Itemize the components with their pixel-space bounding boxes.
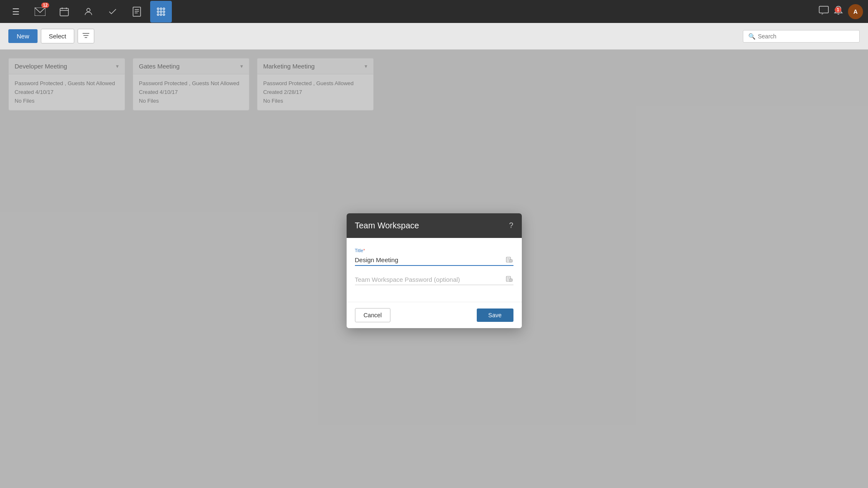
- title-input[interactable]: [355, 255, 513, 266]
- team-workspace-modal: Team Workspace ? Title*: [347, 213, 522, 328]
- email-badge: 12: [41, 3, 49, 8]
- save-button[interactable]: Save: [477, 308, 513, 322]
- svg-point-17: [160, 14, 162, 15]
- calendar-button[interactable]: [53, 1, 75, 23]
- avatar[interactable]: A: [848, 4, 863, 19]
- svg-point-12: [163, 8, 165, 10]
- svg-point-15: [163, 11, 165, 13]
- svg-rect-19: [819, 6, 828, 13]
- cancel-button[interactable]: Cancel: [355, 308, 391, 322]
- workspace-icon: [156, 7, 166, 17]
- hamburger-icon: ☰: [12, 7, 20, 17]
- select-button[interactable]: Select: [41, 29, 74, 43]
- search-icon: 🔍: [748, 33, 755, 40]
- contacts-button[interactable]: [78, 1, 99, 23]
- notifications-badge: 1: [835, 7, 841, 13]
- filter-icon: [82, 33, 90, 38]
- notifications-button[interactable]: 1: [834, 5, 843, 18]
- nav-icons-left: ☰ 12: [5, 1, 172, 23]
- title-field-label: Title*: [355, 248, 513, 253]
- chat-icon: [819, 6, 829, 15]
- email-icon: [35, 8, 45, 16]
- svg-point-11: [160, 8, 162, 10]
- notes-icon: [132, 7, 141, 17]
- filter-button[interactable]: [78, 29, 94, 43]
- svg-rect-33: [510, 279, 512, 281]
- svg-point-16: [157, 14, 159, 15]
- top-navigation: ☰ 12 1 A: [0, 0, 868, 23]
- chat-button[interactable]: [819, 6, 829, 18]
- svg-point-10: [157, 8, 159, 10]
- tasks-button[interactable]: [102, 1, 123, 23]
- modal-help-button[interactable]: ?: [509, 221, 513, 230]
- title-field-group: Title*: [355, 248, 513, 266]
- hamburger-menu-button[interactable]: ☰: [5, 1, 27, 23]
- search-input[interactable]: [758, 33, 854, 40]
- svg-point-5: [87, 8, 90, 12]
- notes-button[interactable]: [126, 1, 148, 23]
- contacts-icon: [83, 7, 93, 17]
- email-button[interactable]: 12: [29, 1, 51, 23]
- modal-overlay: Team Workspace ? Title*: [0, 50, 868, 488]
- modal-header: Team Workspace ?: [347, 213, 522, 238]
- modal-footer: Cancel Save: [347, 302, 522, 328]
- new-button[interactable]: New: [8, 29, 38, 43]
- password-input[interactable]: [355, 274, 513, 285]
- password-input-wrapper: [355, 274, 513, 285]
- svg-rect-28: [510, 260, 512, 262]
- tasks-icon: [108, 7, 118, 17]
- password-field-icon: [506, 276, 513, 283]
- main-content: Developer Meeting ▾ Password Protected ,…: [0, 50, 868, 488]
- svg-point-18: [163, 14, 165, 15]
- svg-rect-1: [60, 8, 68, 16]
- svg-point-13: [157, 11, 159, 13]
- nav-icons-right: 1 A: [819, 4, 863, 19]
- title-field-icon: [506, 256, 513, 264]
- title-required-marker: *: [363, 248, 365, 253]
- modal-title: Team Workspace: [355, 221, 419, 230]
- title-input-wrapper: [355, 255, 513, 266]
- password-field-group: [355, 274, 513, 285]
- main-toolbar: New Select 🔍: [0, 23, 868, 50]
- calendar-icon: [59, 7, 69, 17]
- svg-point-14: [160, 11, 162, 13]
- avatar-initials: A: [853, 8, 858, 15]
- search-box[interactable]: 🔍: [743, 30, 860, 43]
- workspace-button[interactable]: [150, 1, 172, 23]
- modal-body: Title*: [347, 238, 522, 302]
- svg-rect-6: [133, 7, 141, 16]
